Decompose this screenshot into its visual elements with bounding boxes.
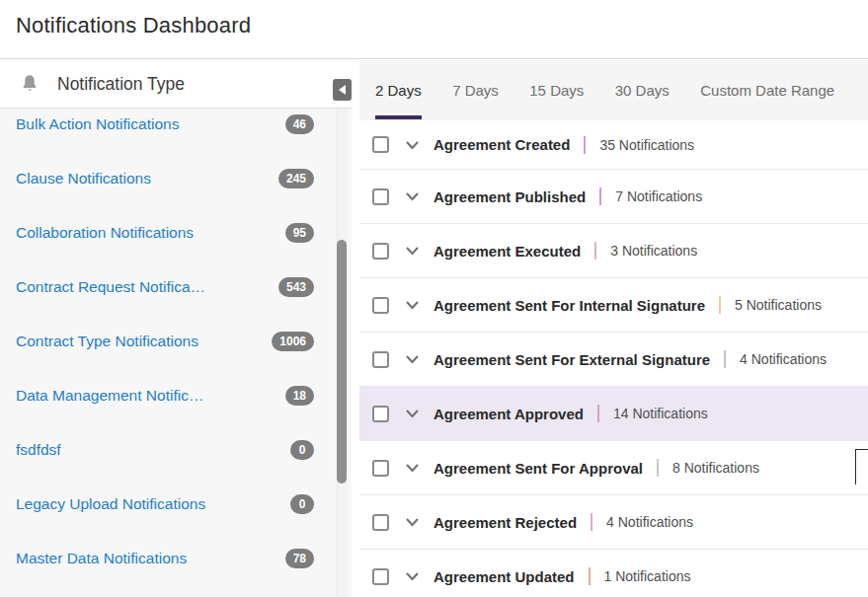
sidebar-item-label[interactable]: fsdfdsf bbox=[16, 441, 61, 459]
sidebar-item-fsdfdsf[interactable]: fsdfdsf 0 bbox=[0, 422, 352, 477]
tab-7-days[interactable]: 7 Days bbox=[452, 60, 499, 120]
count-badge: 0 bbox=[290, 440, 314, 460]
row-count: 4 Notifications bbox=[606, 514, 693, 530]
row-separator bbox=[597, 405, 599, 422]
row-agreement-updated[interactable]: Agreement Updated 1 Notifications bbox=[359, 550, 868, 597]
sidebar-item-clause[interactable]: Clause Notifications 245 bbox=[0, 151, 352, 205]
row-checkbox[interactable] bbox=[372, 406, 389, 422]
row-count: 35 Notifications bbox=[599, 137, 694, 153]
sidebar-title: Notification Type bbox=[57, 74, 185, 95]
sidebar-item-label[interactable]: Contract Type Notifications bbox=[16, 333, 198, 350]
count-badge: 78 bbox=[285, 549, 314, 568]
row-title: Agreement Approved bbox=[434, 406, 584, 422]
sidebar-item-label[interactable]: Data Management Notific… bbox=[16, 387, 203, 405]
tab-label: 2 Days bbox=[375, 82, 422, 99]
count-badge: 1006 bbox=[272, 332, 314, 351]
sidebar-item-legacy-upload[interactable]: Legacy Upload Notifications 0 bbox=[0, 477, 352, 531]
row-separator bbox=[589, 567, 591, 585]
sidebar-item-contract-type[interactable]: Contract Type Notifications 1006 bbox=[0, 314, 352, 368]
chevron-down-icon[interactable] bbox=[405, 300, 420, 310]
tab-15-days[interactable]: 15 Days bbox=[529, 60, 584, 120]
tab-underline bbox=[615, 115, 670, 119]
row-checkbox[interactable] bbox=[372, 351, 389, 368]
sidebar-scrollbar-thumb[interactable] bbox=[337, 240, 347, 484]
row-checkbox[interactable] bbox=[372, 136, 389, 153]
notification-rows: Agreement Created 35 Notifications Agree… bbox=[359, 120, 868, 597]
chevron-down-icon[interactable] bbox=[405, 140, 420, 150]
chevron-down-icon[interactable] bbox=[405, 571, 420, 581]
row-agreement-published[interactable]: Agreement Published 7 Notifications bbox=[359, 170, 868, 224]
bell-icon bbox=[20, 73, 39, 95]
row-separator bbox=[657, 459, 659, 477]
row-agreement-created[interactable]: Agreement Created 35 Notifications bbox=[359, 120, 868, 170]
row-agreement-sent-for-approval[interactable]: Agreement Sent For Approval 8 Notificati… bbox=[359, 441, 868, 495]
sidebar-item-master-data[interactable]: Master Data Notifications 78 bbox=[0, 531, 352, 585]
chevron-down-icon[interactable] bbox=[405, 517, 420, 527]
tab-2-days[interactable]: 2 Days bbox=[375, 60, 422, 120]
row-title: Agreement Published bbox=[434, 188, 586, 205]
date-range-tab-bar: 2 Days 7 Days 15 Days 30 Days Custom Dat… bbox=[359, 60, 868, 120]
count-badge: 95 bbox=[285, 223, 314, 243]
tab-underline bbox=[700, 115, 834, 119]
sidebar-item-label[interactable]: Legacy Upload Notifications bbox=[16, 495, 205, 513]
top-header: Notifications Dashboard bbox=[0, 0, 868, 59]
chevron-down-icon[interactable] bbox=[405, 463, 420, 473]
count-badge: 46 bbox=[285, 114, 314, 134]
chevron-down-icon[interactable] bbox=[405, 191, 420, 201]
row-separator bbox=[584, 136, 586, 154]
chevron-down-icon[interactable] bbox=[405, 246, 420, 256]
tab-label: 15 Days bbox=[529, 82, 584, 99]
tab-underline bbox=[529, 115, 584, 119]
row-title: Agreement Executed bbox=[434, 243, 581, 260]
tab-underline bbox=[452, 115, 499, 119]
row-title: Agreement Created bbox=[434, 136, 570, 153]
sidebar-item-collaboration[interactable]: Collaboration Notifications 95 bbox=[0, 205, 352, 260]
row-count: 7 Notifications bbox=[615, 188, 702, 204]
row-agreement-rejected[interactable]: Agreement Rejected 4 Notifications bbox=[359, 495, 868, 550]
row-title: Agreement Rejected bbox=[434, 514, 577, 531]
row-separator bbox=[599, 187, 601, 205]
sidebar-header: Notification Type bbox=[0, 60, 352, 109]
row-checkbox[interactable] bbox=[372, 188, 389, 205]
chevron-down-icon[interactable] bbox=[405, 354, 420, 364]
sidebar-item-label[interactable]: Clause Notifications bbox=[16, 170, 151, 187]
row-separator bbox=[591, 513, 592, 531]
active-tab-underline bbox=[375, 115, 422, 119]
row-agreement-sent-external-signature[interactable]: Agreement Sent For External Signature 4 … bbox=[359, 333, 868, 387]
sidebar-item-label[interactable]: Master Data Notifications bbox=[16, 550, 187, 567]
tab-label: 30 Days bbox=[615, 82, 670, 99]
row-separator bbox=[594, 242, 596, 260]
row-title: Agreement Sent For Internal Signature bbox=[434, 297, 705, 314]
row-count: 4 Notifications bbox=[740, 351, 827, 367]
row-checkbox[interactable] bbox=[372, 514, 389, 531]
row-agreement-executed[interactable]: Agreement Executed 3 Notifications bbox=[359, 224, 868, 278]
row-checkbox[interactable] bbox=[372, 297, 389, 314]
collapse-left-icon bbox=[339, 85, 346, 95]
notification-type-sidebar: Notification Type Bulk Action Notificati… bbox=[0, 60, 352, 597]
sidebar-item-bulk-action[interactable]: Bulk Action Notifications 46 bbox=[0, 109, 352, 151]
page-title: Notifications Dashboard bbox=[16, 13, 251, 38]
tab-label: 7 Days bbox=[452, 82, 499, 99]
count-badge: 245 bbox=[278, 169, 314, 188]
row-count: 3 Notifications bbox=[610, 243, 697, 259]
count-badge: 0 bbox=[290, 494, 314, 514]
row-agreement-approved[interactable]: Agreement Approved 14 Notifications bbox=[359, 387, 868, 441]
sidebar-item-label[interactable]: Collaboration Notifications bbox=[16, 224, 194, 242]
tab-30-days[interactable]: 30 Days bbox=[615, 60, 670, 120]
sidebar-item-label[interactable]: Bulk Action Notifications bbox=[16, 115, 179, 133]
row-checkbox[interactable] bbox=[372, 243, 389, 260]
popup-corner bbox=[855, 449, 868, 485]
row-checkbox[interactable] bbox=[372, 568, 389, 585]
row-count: 5 Notifications bbox=[735, 297, 822, 313]
row-agreement-sent-internal-signature[interactable]: Agreement Sent For Internal Signature 5 … bbox=[359, 278, 868, 333]
sidebar-item-data-management[interactable]: Data Management Notific… 18 bbox=[0, 368, 352, 422]
chevron-down-icon[interactable] bbox=[405, 409, 420, 418]
row-title: Agreement Sent For External Signature bbox=[434, 351, 710, 368]
sidebar-collapse-button[interactable] bbox=[333, 79, 352, 101]
row-checkbox[interactable] bbox=[372, 460, 389, 477]
tab-label: Custom Date Range bbox=[700, 82, 834, 99]
tab-custom-date-range[interactable]: Custom Date Range bbox=[700, 60, 834, 120]
sidebar-item-label[interactable]: Contract Request Notifica… bbox=[16, 278, 205, 296]
row-separator bbox=[724, 350, 726, 368]
sidebar-item-contract-request[interactable]: Contract Request Notifica… 543 bbox=[0, 260, 352, 314]
